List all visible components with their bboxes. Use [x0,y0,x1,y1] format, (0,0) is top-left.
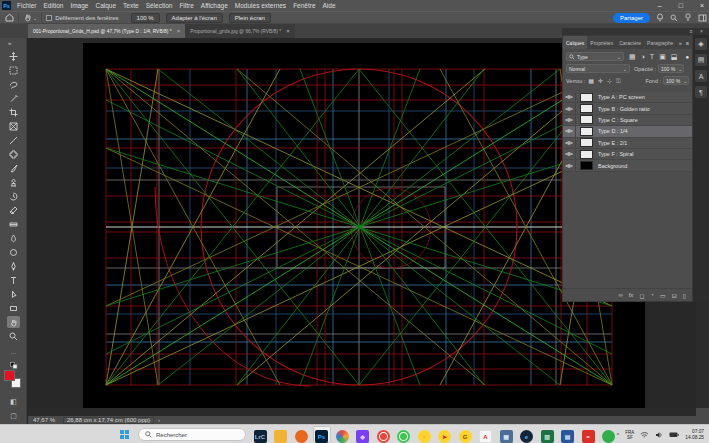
layer-row-type-d-1-4[interactable]: Type D : 1/4 [563,126,692,137]
menu-modulesexternes[interactable]: Modules externes [235,2,286,9]
hand-tool-icon[interactable] [23,13,32,22]
menu-affichage[interactable]: Affichage [201,2,228,9]
taskbar-app-edge-dark[interactable]: e [519,430,535,443]
layer-thumbnail[interactable] [580,115,593,124]
tool-brush[interactable] [7,162,20,174]
tool-eraser[interactable] [7,204,20,216]
menu-fentre[interactable]: Fenêtre [293,2,315,9]
tool-path-select[interactable] [7,288,20,300]
adjustment-layer-icon[interactable]: ◔ [650,292,654,298]
layer-thumbnail[interactable] [580,127,593,136]
taskbar-app-purple-app[interactable]: ◆ [355,430,371,443]
tool-shape[interactable] [7,302,20,314]
filter-smart-icon[interactable]: ⬓ [671,53,678,61]
taskbar-app-whatsapp[interactable] [396,430,412,443]
lock-pixels-icon[interactable]: ✛ [598,77,603,85]
tool-blur[interactable] [7,232,20,244]
layer-thumbnail[interactable] [580,138,593,147]
panel-tab-caractère[interactable]: Caractère [616,36,644,49]
document-tab-1[interactable]: 001-Proportional_Grids_H.psd @ 47,7% (Ty… [28,24,185,38]
tool-eyedropper[interactable] [7,134,20,146]
taskbar-app-word[interactable]: ▤ [560,430,576,443]
taskbar-app-calculator[interactable]: ▦ [498,430,514,443]
panel-group-header[interactable]: ≡ × [562,28,709,35]
menu-slection[interactable]: Sélection [146,2,173,9]
zoom-100-button[interactable]: 100 % [131,13,160,23]
tool-gradient[interactable] [7,218,20,230]
share-button[interactable]: Partager [613,13,650,23]
tool-lasso[interactable] [7,78,20,90]
new-layer-icon[interactable]: ⊡ [672,292,677,299]
panel-tab-calques[interactable]: Calques [563,36,587,49]
tool-move[interactable] [7,50,20,62]
tool-pen[interactable] [7,260,20,272]
taskbar-app-opera[interactable] [375,430,391,443]
menu-texte[interactable]: Texte [123,2,139,9]
home-icon[interactable] [5,13,14,22]
filter-type-icon[interactable]: T [650,53,654,61]
toolbar-collapse-icon[interactable]: » [8,40,11,46]
layer-thumbnail[interactable] [580,104,593,113]
tray-language[interactable]: FRASF [625,430,634,440]
fill-combo[interactable]: 100 %⌄ [663,76,689,85]
layer-thumbnail[interactable] [580,161,593,170]
discover-bulb-icon[interactable] [684,13,692,22]
tool-marquee[interactable] [7,64,20,76]
horizontal-scrollbar[interactable] [28,408,696,416]
tool-clone-stamp[interactable] [7,176,20,188]
layer-row-type-a-pc-screen[interactable]: Type A : PC screen [563,92,692,103]
taskbar-app-yellow-app-1[interactable]: ◦ [416,430,432,443]
status-zoom-field[interactable]: 47,67 % [33,417,55,423]
workspace-icon[interactable] [698,14,707,22]
tab-close-icon[interactable]: × [177,28,181,34]
taskbar-app-photos[interactable] [334,430,350,443]
delete-layer-icon[interactable]: ▯ [683,292,686,299]
layer-visibility-eye-icon[interactable] [563,92,576,102]
filter-pixel-icon[interactable]: ▦ [629,53,636,61]
taskbar-app-photoshop[interactable]: Ps [314,430,330,443]
minimize-button[interactable]: – [658,2,662,9]
search-icon[interactable] [670,14,678,22]
taskbar-app-lightroom[interactable]: LrC [252,430,268,443]
taskbar-app-green-app[interactable] [601,430,617,443]
layer-row-type-f-spiral[interactable]: Type F : Spiral [563,149,692,160]
quick-mask-icon[interactable]: ◧ [7,396,20,408]
tray-battery-icon[interactable] [669,431,679,438]
dock-paragraph-icon[interactable]: ¶ [695,86,707,98]
tool-zoom[interactable] [7,330,20,342]
notifications-bell-icon[interactable] [656,13,664,22]
taskbar-app-explorer[interactable] [273,430,289,443]
layer-thumbnail[interactable] [580,93,593,102]
dock-libraries-icon[interactable]: ▤ [695,54,707,66]
taskbar-app-red-app[interactable]: = [580,430,596,443]
full-screen-button[interactable]: Plein écran [229,13,271,23]
tool-frame[interactable] [7,120,20,132]
panel-tab-paragraphe[interactable]: Paragraphe [644,36,676,49]
layer-row-type-b-golden-ratio[interactable]: Type B : Golden ratio [563,103,692,114]
layer-row-type-e-2-1[interactable]: Type E : 2/1 [563,138,692,149]
taskbar-search[interactable]: Rechercher [138,428,246,441]
dock-color-icon[interactable]: ◈ [695,38,707,50]
layer-mask-icon[interactable]: ◻ [639,292,644,299]
tool-hand[interactable] [7,316,20,328]
filter-adjustment-icon[interactable]: ◑ [641,53,645,61]
layer-visibility-eye-icon[interactable] [563,115,576,125]
tray-chevron-icon[interactable]: ^ [616,432,619,438]
layer-thumbnail[interactable] [580,150,593,159]
menu-image[interactable]: Image [70,2,88,9]
blend-mode-combo[interactable]: Normal⌄ [566,64,630,73]
lock-all-icon[interactable]: ⚿ [616,77,621,85]
fit-screen-button[interactable]: Adapter à l'écran [166,13,223,23]
menu-filtre[interactable]: Filtre [179,2,193,9]
panel-menu-icon[interactable]: ≡ [686,40,689,46]
tool-type[interactable] [7,274,20,286]
tray-volume-icon[interactable] [655,431,663,439]
tool-healing[interactable] [7,148,20,160]
taskbar-app-excel[interactable]: ▥ [539,430,555,443]
layer-visibility-eye-icon[interactable] [563,126,576,136]
menu-edition[interactable]: Edition [44,2,64,9]
tool-ellipsis[interactable]: … [7,346,20,358]
link-layers-icon[interactable]: ∞ [618,292,622,298]
filter-shape-icon[interactable]: ▣ [659,53,666,61]
status-arrow-icon[interactable]: › [158,417,160,423]
